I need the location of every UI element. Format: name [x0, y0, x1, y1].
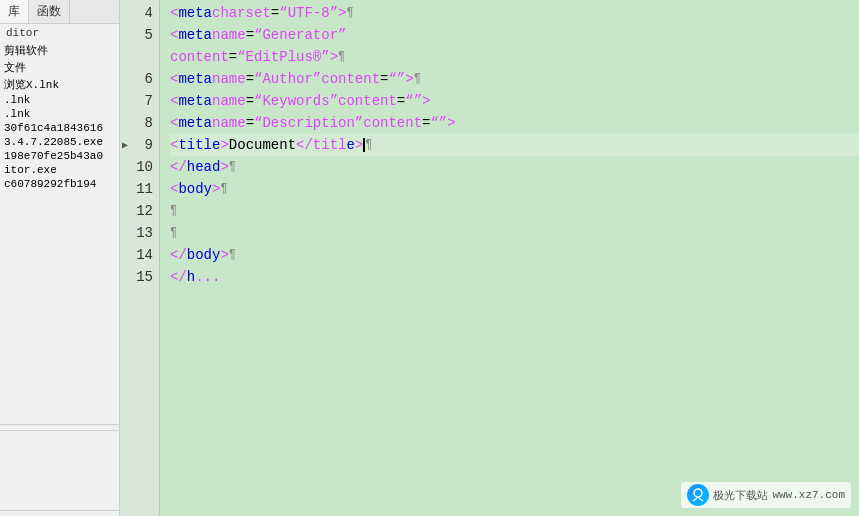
- code-token: “Keywords”: [254, 93, 338, 109]
- sidebar-tab-func[interactable]: 函数: [29, 0, 70, 23]
- editor-area: 456789101112131415 <meta charset=“UTF-8”…: [120, 0, 859, 516]
- line-number: 5: [120, 24, 159, 46]
- list-item[interactable]: 文件: [0, 59, 119, 76]
- line-number: 15: [120, 266, 159, 288]
- code-token: ¶: [414, 72, 421, 86]
- code-token: charset: [212, 5, 271, 21]
- code-token: </: [170, 269, 187, 285]
- code-token: <: [170, 93, 178, 109]
- list-item[interactable]: 198e70fe25b43a0: [0, 149, 119, 163]
- code-token: <: [170, 5, 178, 21]
- code-token: name: [212, 71, 246, 87]
- code-token: </: [170, 247, 187, 263]
- code-line[interactable]: <meta name=“Generator”: [170, 24, 859, 46]
- list-item[interactable]: .lnk: [0, 107, 119, 121]
- code-token: <: [170, 181, 178, 197]
- code-editor[interactable]: <meta charset=“UTF-8”>¶ <meta name=“Gene…: [160, 0, 859, 516]
- list-item[interactable]: c60789292fb194: [0, 177, 119, 191]
- code-token: >: [447, 115, 455, 131]
- line-number: 4: [120, 2, 159, 24]
- code-token: =: [422, 115, 430, 131]
- code-line[interactable]: <title>Document</title>¶: [170, 134, 859, 156]
- line-number: 12: [120, 200, 159, 222]
- code-line[interactable]: <meta name=“Author” content=“”>¶: [170, 68, 859, 90]
- code-token: meta: [178, 27, 212, 43]
- code-token: =: [246, 93, 254, 109]
- code-token: =: [271, 5, 279, 21]
- watermark-logo: [687, 484, 709, 506]
- code-line[interactable]: content=“EditPlus®”>¶: [170, 46, 859, 68]
- code-token: =: [229, 49, 237, 65]
- list-item[interactable]: 剪辑软件: [0, 42, 119, 59]
- sidebar-tab-bar: 库 函数: [0, 0, 119, 24]
- code-line[interactable]: </h...: [170, 266, 859, 288]
- sidebar-editor-label: ditor: [0, 24, 119, 42]
- code-token: ¶: [365, 138, 372, 152]
- code-token: >: [220, 159, 228, 175]
- code-token: ¶: [346, 6, 353, 20]
- list-item[interactable]: .lnk: [0, 93, 119, 107]
- line-number: 8: [120, 112, 159, 134]
- code-token: “UTF-8”: [279, 5, 338, 21]
- code-line[interactable]: <meta name=“Description” content=“”>: [170, 112, 859, 134]
- code-token: title: [178, 137, 220, 153]
- code-token: <: [170, 115, 178, 131]
- line-number: 13: [120, 222, 159, 244]
- code-token: content: [363, 115, 422, 131]
- code-token: head: [187, 159, 221, 175]
- code-token: meta: [178, 93, 212, 109]
- code-token: >: [422, 93, 430, 109]
- code-token: name: [212, 93, 246, 109]
- watermark-url: www.xz7.com: [772, 489, 845, 501]
- code-line[interactable]: ¶: [170, 200, 859, 222]
- code-token: meta: [178, 71, 212, 87]
- code-token: “Generator”: [254, 27, 346, 43]
- list-item[interactable]: 30f61c4a1843616: [0, 121, 119, 135]
- code-token: >: [405, 71, 413, 87]
- code-token: =: [246, 27, 254, 43]
- sidebar: 库 函数 ditor 剪辑软件 文件 浏览X.lnk .lnk .lnk 30f…: [0, 0, 120, 516]
- code-token: name: [212, 115, 246, 131]
- sidebar-tab-lib[interactable]: 库: [0, 0, 29, 23]
- code-line[interactable]: <body>¶: [170, 178, 859, 200]
- line-number: 14: [120, 244, 159, 266]
- sidebar-bottom-scrollbar[interactable]: [0, 510, 119, 516]
- code-token: >: [220, 247, 228, 263]
- code-line[interactable]: <meta charset=“UTF-8”>¶: [170, 2, 859, 24]
- code-token: =: [397, 93, 405, 109]
- code-token: “EditPlus®”: [237, 49, 329, 65]
- code-token: meta: [178, 115, 212, 131]
- svg-point-0: [694, 489, 702, 497]
- sidebar-bottom-panel: [0, 430, 119, 510]
- code-token: ¶: [229, 248, 236, 262]
- code-token: >: [212, 181, 220, 197]
- code-token: ¶: [220, 182, 227, 196]
- code-token: e: [346, 137, 354, 153]
- code-token: =: [380, 71, 388, 87]
- list-item[interactable]: itor.exe: [0, 163, 119, 177]
- list-item[interactable]: 浏览X.lnk: [0, 76, 119, 93]
- code-line[interactable]: </body>¶: [170, 244, 859, 266]
- code-token: =: [246, 71, 254, 87]
- code-token: >: [330, 49, 338, 65]
- code-token: >: [338, 5, 346, 21]
- code-token: body: [178, 181, 212, 197]
- code-token: </titl: [296, 137, 346, 153]
- code-token: ¶: [170, 226, 177, 240]
- code-token: >: [355, 137, 363, 153]
- code-token: =: [246, 115, 254, 131]
- line-number: 11: [120, 178, 159, 200]
- line-number: 6: [120, 68, 159, 90]
- code-token: >: [220, 137, 228, 153]
- list-item[interactable]: 3.4.7.22085.exe: [0, 135, 119, 149]
- code-token: Document: [229, 137, 296, 153]
- code-token: h: [187, 269, 195, 285]
- code-line[interactable]: ¶: [170, 222, 859, 244]
- line-number: 9: [120, 134, 159, 156]
- code-line[interactable]: <meta name=“Keywords” content=“”>: [170, 90, 859, 112]
- line-number-gutter: 456789101112131415: [120, 0, 160, 516]
- code-token: “”: [430, 115, 447, 131]
- code-line[interactable]: </head>¶: [170, 156, 859, 178]
- code-token: “”: [405, 93, 422, 109]
- code-token: body: [187, 247, 221, 263]
